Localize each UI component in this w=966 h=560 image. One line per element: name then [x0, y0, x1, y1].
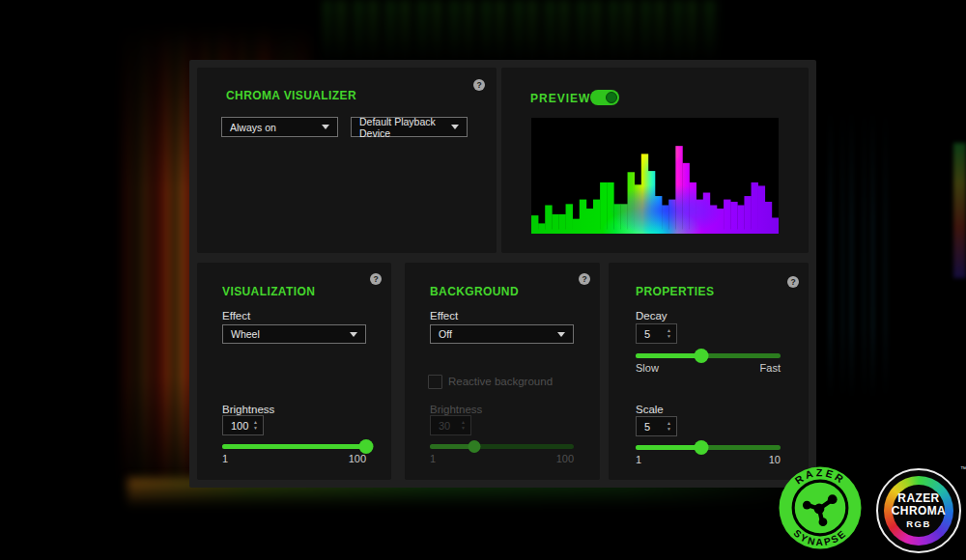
toggle-knob — [606, 92, 617, 103]
brightness-slider[interactable] — [222, 439, 366, 454]
slider-fill — [222, 444, 366, 449]
slider-min-label: 1 — [636, 454, 641, 465]
slider-max-label: 100 — [556, 453, 574, 464]
slider-min-label: Slow — [636, 362, 659, 374]
spinner-down-icon: ▼ — [461, 426, 466, 431]
reactive-background-checkbox[interactable] — [428, 375, 442, 389]
slider-min-label: 1 — [222, 453, 228, 464]
panel-title: VISUALIZATION — [222, 285, 315, 298]
panel-properties: ? PROPERTIES Decay 5 ▲ ▼ Slow Fast Scale… — [609, 263, 809, 480]
panel-title: PROPERTIES — [636, 285, 714, 298]
preview-toggle[interactable] — [590, 90, 619, 105]
screen: CHROMA VISUALIZER ? Always on Default Pl… — [0, 0, 966, 560]
preview-label: PREVIEW — [530, 92, 590, 105]
spinner-value: 5 — [644, 421, 650, 433]
slider-thumb[interactable] — [694, 440, 708, 455]
background-right-edge-color-strip — [953, 143, 966, 278]
spectrum-bars-chart — [531, 118, 779, 234]
trademark-symbol: ™ — [960, 465, 966, 472]
help-icon[interactable]: ? — [787, 276, 799, 288]
visualizer-mode-dropdown[interactable]: Always on — [221, 117, 338, 137]
panel-background: ? BACKGROUND Effect Off Reactive backgro… — [405, 263, 600, 480]
effect-label: Effect — [430, 310, 458, 322]
razer-chroma-rgb-logo: RAZER CHROMA RGB ™ — [876, 468, 961, 553]
help-icon[interactable]: ? — [473, 79, 485, 91]
slider-thumb[interactable] — [694, 349, 708, 363]
decay-slider[interactable] — [636, 349, 781, 363]
effect-label: Effect — [222, 310, 250, 322]
background-brightness-slider — [430, 439, 574, 454]
visualization-effect-dropdown[interactable]: Wheel — [222, 324, 366, 344]
brightness-label: Brightness — [430, 404, 482, 415]
slider-fill — [636, 445, 701, 450]
help-icon[interactable]: ? — [579, 273, 590, 285]
panel-visualization: ? VISUALIZATION Effect Wheel Brightness … — [197, 263, 391, 480]
chevron-down-icon — [451, 125, 459, 129]
scale-slider[interactable] — [636, 440, 781, 455]
scale-spinner[interactable]: 5 ▲ ▼ — [636, 416, 677, 436]
slider-min-label: 1 — [430, 453, 436, 464]
spinner-down-icon[interactable]: ▼ — [667, 334, 671, 339]
slider-max-label: 100 — [349, 453, 366, 464]
reactive-background-label: Reactive background — [448, 376, 553, 387]
slider-max-label: 10 — [769, 454, 781, 465]
spinner-value: 100 — [231, 420, 248, 432]
chroma-logo-line1: RAZER — [897, 492, 939, 505]
chroma-logo-center: RAZER CHROMA RGB — [893, 485, 945, 537]
background-effect-dropdown[interactable]: Off — [430, 324, 574, 344]
spectrum-preview — [531, 118, 779, 234]
scale-label: Scale — [636, 404, 664, 415]
panel-chroma-visualizer: CHROMA VISUALIZER ? Always on Default Pl… — [197, 68, 497, 253]
help-icon[interactable]: ? — [370, 273, 382, 285]
slider-thumb — [469, 440, 481, 453]
brightness-spinner[interactable]: 100 ▲ ▼ — [222, 415, 264, 435]
slider-max-label: Fast — [760, 362, 781, 374]
slider-thumb[interactable] — [359, 439, 374, 454]
background-green-bars-glow — [324, 0, 720, 64]
spinner-value: 5 — [644, 328, 650, 340]
panel-title: CHROMA VISUALIZER — [226, 89, 356, 102]
dropdown-value: Always on — [230, 122, 276, 133]
panel-preview: PREVIEW — [501, 68, 809, 253]
dropdown-value: Off — [439, 328, 452, 340]
dropdown-value: Default Playback Device — [359, 116, 445, 139]
spinner-value: 30 — [439, 420, 450, 432]
background-right-teal-bars — [823, 108, 887, 400]
dropdown-value: Wheel — [231, 328, 260, 340]
decay-label: Decay — [636, 310, 668, 322]
panel-title: BACKGROUND — [430, 285, 519, 298]
background-brightness-spinner: 30 ▲ ▼ — [430, 415, 471, 435]
razer-synapse-badge-icon: RAZER SYNAPSE — [779, 466, 862, 549]
spinner-down-icon[interactable]: ▼ — [253, 426, 258, 431]
chroma-logo-line3: RGB — [906, 519, 931, 530]
razer-synapse-logo: RAZER SYNAPSE — [779, 466, 862, 549]
slider-fill — [636, 353, 701, 358]
chevron-down-icon — [322, 125, 329, 129]
chevron-down-icon — [557, 332, 565, 337]
brightness-label: Brightness — [222, 404, 274, 415]
chroma-logo-line2: CHROMA — [892, 505, 946, 518]
playback-device-dropdown[interactable]: Default Playback Device — [351, 117, 468, 137]
chevron-down-icon — [350, 332, 357, 337]
spinner-down-icon[interactable]: ▼ — [667, 427, 671, 432]
decay-spinner[interactable]: 5 ▲ ▼ — [636, 323, 677, 344]
